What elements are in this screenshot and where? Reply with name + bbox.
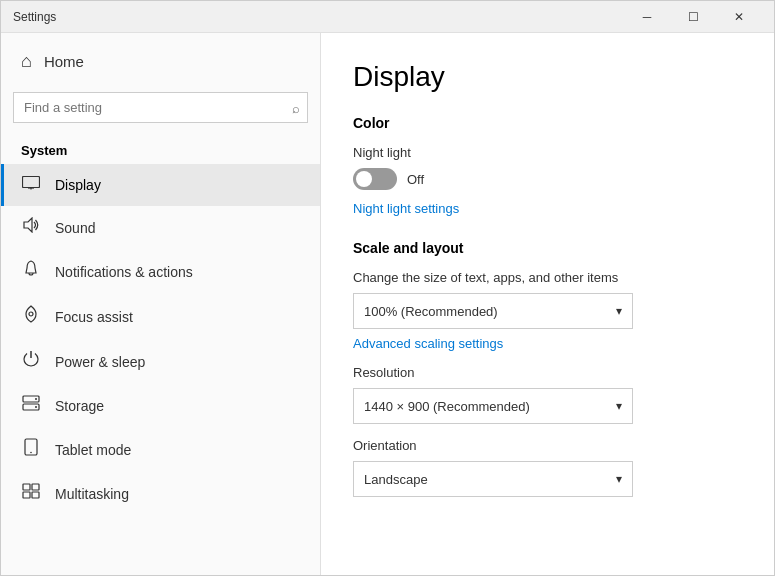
titlebar: Settings ─ ☐ ✕ (1, 1, 774, 33)
search-box: ⌕ (13, 92, 308, 123)
titlebar-buttons: ─ ☐ ✕ (624, 1, 762, 33)
sidebar-item-multitasking[interactable]: Multitasking (1, 472, 320, 515)
night-light-toggle[interactable] (353, 168, 397, 190)
sidebar-item-display[interactable]: Display (1, 164, 320, 206)
focus-icon (21, 305, 41, 328)
svg-point-7 (35, 398, 37, 400)
svg-rect-14 (32, 492, 39, 498)
resolution-label: Resolution (353, 365, 742, 380)
home-icon: ⌂ (21, 51, 32, 72)
sidebar-home-button[interactable]: ⌂ Home (1, 33, 320, 88)
notifications-icon (21, 260, 41, 283)
resolution-dropdown[interactable]: 1440 × 900 (Recommended) ▾ (353, 388, 633, 424)
sidebar-item-power[interactable]: Power & sleep (1, 339, 320, 384)
scale-dropdown-chevron: ▾ (616, 304, 622, 318)
svg-point-8 (35, 406, 37, 408)
titlebar-title: Settings (13, 10, 624, 24)
orientation-dropdown-value: Landscape (364, 472, 428, 487)
svg-point-4 (29, 312, 33, 316)
minimize-button[interactable]: ─ (624, 1, 670, 33)
display-icon (21, 175, 41, 195)
close-button[interactable]: ✕ (716, 1, 762, 33)
search-input[interactable] (13, 92, 308, 123)
resolution-dropdown-chevron: ▾ (616, 399, 622, 413)
sidebar-item-tablet[interactable]: Tablet mode (1, 427, 320, 472)
svg-rect-13 (23, 492, 30, 498)
scale-dropdown[interactable]: 100% (Recommended) ▾ (353, 293, 633, 329)
tablet-icon (21, 438, 41, 461)
maximize-button[interactable]: ☐ (670, 1, 716, 33)
night-light-settings-link[interactable]: Night light settings (353, 201, 459, 216)
toggle-thumb (356, 171, 372, 187)
color-section: Color Night light Off Night light settin… (353, 115, 742, 236)
home-label: Home (44, 53, 84, 70)
night-light-label: Night light (353, 145, 742, 160)
color-section-title: Color (353, 115, 742, 131)
orientation-label: Orientation (353, 438, 742, 453)
sidebar: ⌂ Home ⌕ System Display (1, 33, 321, 575)
scale-section-title: Scale and layout (353, 240, 742, 256)
content-area: ⌂ Home ⌕ System Display (1, 33, 774, 575)
sidebar-item-storage[interactable]: Storage (1, 384, 320, 427)
sidebar-item-focus-label: Focus assist (55, 309, 133, 325)
page-title: Display (353, 61, 742, 93)
svg-marker-3 (24, 218, 32, 232)
svg-rect-12 (32, 484, 39, 490)
main-content: Display Color Night light Off Night ligh… (321, 33, 774, 575)
storage-icon (21, 395, 41, 416)
sidebar-item-storage-label: Storage (55, 398, 104, 414)
sidebar-item-sound-label: Sound (55, 220, 95, 236)
sidebar-item-multitasking-label: Multitasking (55, 486, 129, 502)
sidebar-item-notifications[interactable]: Notifications & actions (1, 249, 320, 294)
svg-rect-11 (23, 484, 30, 490)
sound-icon (21, 217, 41, 238)
sidebar-item-notifications-label: Notifications & actions (55, 264, 193, 280)
search-icon: ⌕ (292, 100, 300, 115)
sidebar-item-display-label: Display (55, 177, 101, 193)
svg-rect-0 (23, 177, 40, 188)
scale-section: Scale and layout Change the size of text… (353, 240, 742, 497)
orientation-dropdown[interactable]: Landscape ▾ (353, 461, 633, 497)
multitasking-icon (21, 483, 41, 504)
scale-dropdown-value: 100% (Recommended) (364, 304, 498, 319)
settings-window: Settings ─ ☐ ✕ ⌂ Home ⌕ System (0, 0, 775, 576)
toggle-state-label: Off (407, 172, 424, 187)
night-light-toggle-row: Off (353, 168, 742, 190)
sidebar-item-power-label: Power & sleep (55, 354, 145, 370)
resolution-dropdown-value: 1440 × 900 (Recommended) (364, 399, 530, 414)
advanced-scaling-link[interactable]: Advanced scaling settings (353, 336, 503, 351)
sidebar-section-label: System (1, 135, 320, 164)
svg-point-10 (30, 452, 32, 454)
sidebar-item-sound[interactable]: Sound (1, 206, 320, 249)
orientation-dropdown-chevron: ▾ (616, 472, 622, 486)
sidebar-item-tablet-label: Tablet mode (55, 442, 131, 458)
power-icon (21, 350, 41, 373)
scale-label: Change the size of text, apps, and other… (353, 270, 742, 285)
sidebar-item-focus[interactable]: Focus assist (1, 294, 320, 339)
